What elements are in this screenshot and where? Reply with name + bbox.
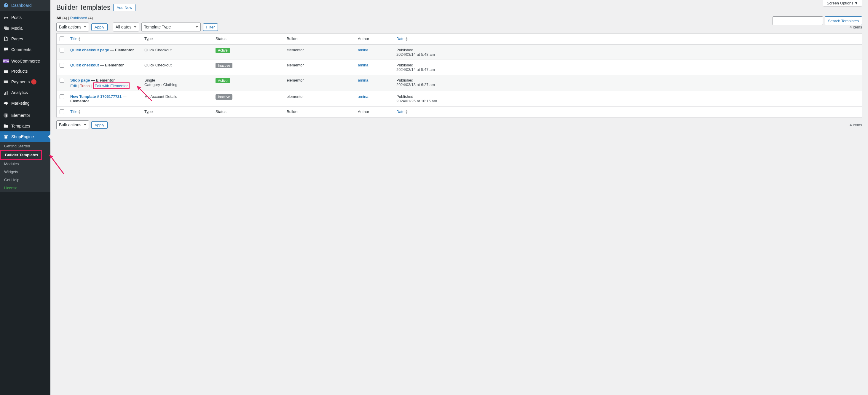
col-date-sort[interactable]: Date — [396, 36, 404, 41]
row-title-link[interactable]: Quick checkout — [70, 63, 99, 67]
pages-icon — [3, 36, 9, 42]
col-author: Author — [355, 33, 393, 45]
row-date: 2024/01/25 at 10:15 am — [396, 99, 859, 103]
submenu-license[interactable]: License — [0, 184, 51, 192]
sidebar-label: WooCommerce — [11, 59, 40, 63]
sidebar-label: Analytics — [11, 90, 28, 95]
sort-icon: ▲▼ — [405, 110, 408, 114]
col-status: Status — [213, 33, 284, 45]
trash-link[interactable]: Trash — [80, 84, 90, 88]
sidebar-item-elementor[interactable]: Elementor — [0, 110, 51, 121]
sidebar-label: ShopEngine — [11, 134, 34, 139]
analytics-icon — [3, 90, 9, 95]
author-link[interactable]: amina — [358, 48, 368, 52]
sidebar-item-marketing[interactable]: Marketing — [0, 98, 51, 109]
row-title-link[interactable]: Shop page — [70, 78, 90, 83]
search-input[interactable] — [773, 16, 823, 25]
screen-options-toggle[interactable]: Screen Options ▼ — [823, 0, 862, 6]
row-builder: elementor — [284, 44, 355, 60]
bulk-actions-select-bottom[interactable]: Bulk actions — [56, 120, 89, 129]
row-checkbox[interactable] — [60, 94, 64, 99]
table-row: Quick checkout — Elementor Quick Checkou… — [57, 60, 862, 75]
row-type: Single — [144, 78, 210, 83]
author-link[interactable]: amina — [358, 78, 368, 83]
submenu-getting-started[interactable]: Getting Started — [0, 142, 51, 150]
sidebar-item-analytics[interactable]: Analytics — [0, 87, 51, 98]
admin-sidebar: Dashboard Posts Media Pages Comments — [0, 0, 51, 395]
sidebar-item-shopengine[interactable]: ShopEngine — [0, 131, 51, 142]
col-date-sort[interactable]: Date — [396, 110, 404, 114]
template-type-select[interactable]: Template Type — [142, 23, 201, 31]
edit-with-elementor-link[interactable]: Edit with Elementor — [93, 83, 129, 89]
row-subtype: Category : Clothing — [144, 83, 210, 87]
submenu-builder-templates[interactable]: Builder Templates — [0, 150, 42, 160]
col-type: Type — [142, 33, 213, 45]
sidebar-label: Templates — [11, 124, 30, 128]
table-row: Shop page — Elementor Edit | Trash | Edi… — [57, 75, 862, 91]
author-link[interactable]: amina — [358, 63, 368, 67]
row-builder: elementor — [284, 60, 355, 75]
edit-link[interactable]: Edit — [70, 84, 77, 88]
sidebar-item-dashboard[interactable]: Dashboard — [0, 0, 51, 11]
row-published: Published — [396, 94, 859, 99]
date-filter-select[interactable]: All dates — [113, 23, 139, 31]
sidebar-label: Pages — [11, 36, 23, 41]
sidebar-item-payments[interactable]: Payments 1 — [0, 77, 51, 87]
row-checkbox[interactable] — [60, 63, 64, 68]
filter-published-count: (4) — [88, 16, 93, 20]
filter-published-link[interactable]: Published — [70, 16, 87, 20]
media-icon — [3, 25, 9, 31]
shopengine-submenu: Getting Started Builder Templates Module… — [0, 142, 51, 192]
products-icon — [3, 68, 9, 74]
col-title-sort[interactable]: Title — [70, 110, 78, 114]
sidebar-item-pages[interactable]: Pages — [0, 33, 51, 44]
col-type: Type — [142, 106, 213, 117]
sidebar-item-products[interactable]: Products — [0, 66, 51, 77]
status-badge: Active — [216, 78, 230, 83]
author-link[interactable]: amina — [358, 94, 368, 99]
megaphone-icon — [3, 100, 9, 106]
row-type: My Account Details — [144, 94, 210, 99]
sort-icon: ▲▼ — [78, 110, 81, 114]
sidebar-item-templates[interactable]: Templates — [0, 121, 51, 131]
pin-icon — [3, 14, 9, 21]
filter-button[interactable]: Filter — [203, 24, 218, 31]
apply-bulk-button[interactable]: Apply — [91, 24, 107, 31]
table-row: Quick checkout page — Elementor Quick Ch… — [57, 44, 862, 60]
submenu-get-help[interactable]: Get Help — [0, 176, 51, 184]
apply-bulk-button-bottom[interactable]: Apply — [91, 121, 107, 129]
sidebar-item-comments[interactable]: Comments — [0, 44, 51, 55]
row-title-link[interactable]: Quick checkout page — [70, 48, 109, 52]
col-title-sort[interactable]: Title — [70, 36, 78, 41]
row-date: 2024/03/14 at 5:47 am — [396, 67, 859, 72]
items-count-bottom: 4 items — [849, 123, 862, 127]
templates-table: Title▲▼ Type Status Builder Author Date▲… — [56, 33, 862, 117]
svg-marker-4 — [137, 86, 141, 90]
sidebar-item-media[interactable]: Media — [0, 23, 51, 33]
row-checkbox[interactable] — [60, 48, 64, 53]
row-checkbox[interactable] — [60, 78, 64, 83]
row-date: 2024/03/14 at 5:48 am — [396, 52, 859, 57]
bulk-actions-select[interactable]: Bulk actions — [56, 23, 89, 31]
select-all-checkbox[interactable] — [60, 36, 64, 41]
select-all-checkbox-bottom[interactable] — [60, 110, 64, 114]
woo-icon: Woo — [3, 59, 9, 63]
folder-icon — [3, 123, 9, 129]
sort-icon: ▲▼ — [405, 37, 408, 41]
row-type: Quick Checkout — [144, 48, 210, 52]
row-title-link[interactable]: New Template # 1706177721 — [70, 94, 122, 99]
sidebar-item-woocommerce[interactable]: Woo WooCommerce — [0, 56, 51, 66]
submenu-widgets[interactable]: Widgets — [0, 168, 51, 176]
submenu-modules[interactable]: Modules — [0, 160, 51, 168]
search-templates-button[interactable]: Search Templates — [825, 16, 862, 25]
sidebar-label: Payments — [11, 80, 30, 84]
sidebar-label: Marketing — [11, 101, 29, 105]
sidebar-label: Elementor — [11, 113, 30, 118]
status-badge: Active — [216, 48, 230, 53]
row-published: Published — [396, 63, 859, 67]
add-new-button[interactable]: Add New — [113, 4, 135, 11]
row-date: 2024/03/13 at 6:27 am — [396, 83, 859, 87]
sidebar-item-posts[interactable]: Posts — [0, 12, 51, 23]
filter-all-link[interactable]: All — [56, 16, 61, 20]
main-content: Screen Options ▼ Builder Templates Add N… — [51, 0, 868, 395]
